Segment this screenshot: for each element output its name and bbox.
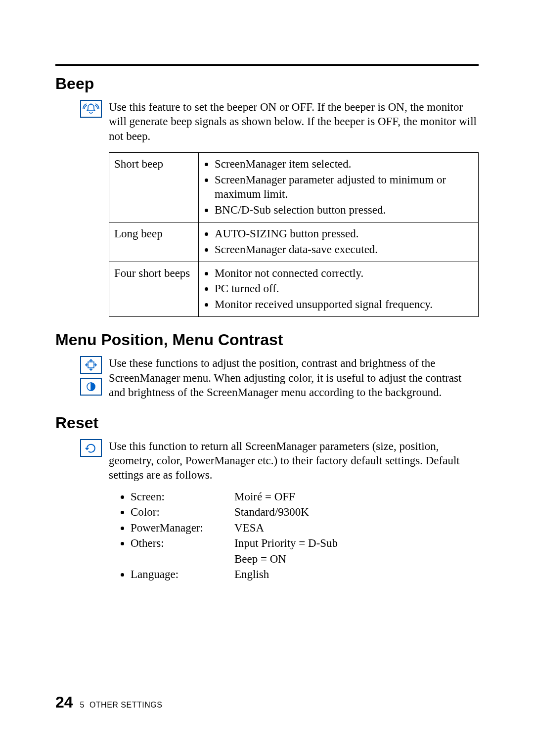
footer-chapter-num: 5	[80, 701, 85, 709]
default-value: English	[234, 567, 269, 581]
beep-table: Short beep ScreenManager item selected. …	[109, 152, 479, 317]
default-value: Moiré = OFF	[234, 489, 295, 504]
svg-rect-1	[88, 362, 94, 368]
beep-row-items: Monitor not connected correctly. PC turn…	[199, 262, 479, 316]
beep-intro: Use this feature to set the beeper ON or…	[109, 100, 479, 143]
default-label: PowerManager:	[131, 521, 234, 535]
menu-contrast-icon	[80, 378, 102, 396]
table-row: Long beep AUTO-SIZING button pressed. Sc…	[109, 222, 479, 262]
menu-intro: Use these functions to adjust the positi…	[109, 356, 479, 400]
reset-body: Use this function to return all ScreenMa…	[109, 439, 479, 583]
list-item: ScreenManager parameter adjusted to mini…	[215, 173, 473, 202]
list-item: PowerManager: VESA	[131, 521, 479, 535]
beep-row-label: Long beep	[109, 222, 199, 262]
bell-icon	[83, 103, 99, 115]
list-item: Monitor not connected correctly.	[215, 266, 473, 280]
default-value: Standard/9300K	[234, 505, 309, 519]
list-item: ScreenManager data-save executed.	[215, 242, 473, 257]
beep-row-label: Four short beeps	[109, 262, 199, 316]
footer: 24 5 OTHER SETTINGS	[55, 693, 162, 712]
list-item: Monitor received unsupported signal freq…	[215, 297, 473, 311]
section-reset: Reset Use this function to return al	[55, 414, 479, 583]
section-menu: Menu Position, Menu Contrast	[55, 331, 479, 400]
menu-row: Use these functions to adjust the positi…	[55, 356, 479, 400]
default-label: Others:	[131, 536, 234, 550]
beep-row-label: Short beep	[109, 153, 199, 222]
list-item: Screen: Moiré = OFF	[131, 489, 479, 504]
beep-icon-col	[55, 100, 109, 118]
page-number: 24	[55, 693, 73, 712]
list-item: PC turned off.	[215, 281, 473, 296]
list-item: ScreenManager item selected.	[215, 157, 473, 171]
menu-icon-col	[55, 356, 109, 396]
footer-chapter: 5 OTHER SETTINGS	[80, 701, 163, 710]
list-item: Beep = ON	[131, 552, 479, 566]
list-item: BNC/D-Sub selection button pressed.	[215, 203, 473, 217]
menu-body: Use these functions to adjust the positi…	[109, 356, 479, 400]
heading-beep: Beep	[55, 75, 479, 93]
reset-icon	[80, 439, 102, 457]
section-beep: Beep	[55, 75, 479, 317]
default-label: Language:	[131, 567, 234, 581]
table-row: Four short beeps Monitor not connected c…	[109, 262, 479, 316]
default-value: Input Priority = D-Sub	[234, 536, 338, 550]
beep-body: Use this feature to set the beeper ON or…	[109, 100, 479, 317]
reset-intro: Use this function to return all ScreenMa…	[109, 439, 479, 483]
list-item: Others: Input Priority = D-Sub	[131, 536, 479, 550]
menu-position-icon	[80, 356, 102, 374]
footer-chapter-title: OTHER SETTINGS	[89, 701, 162, 709]
default-value: Beep = ON	[234, 552, 286, 566]
reset-defaults-list: Screen: Moiré = OFF Color: Standard/9300…	[109, 489, 479, 582]
beep-row: Use this feature to set the beeper ON or…	[55, 100, 479, 317]
heading-reset: Reset	[55, 414, 479, 432]
page: Beep	[0, 0, 534, 756]
table-row: Short beep ScreenManager item selected. …	[109, 153, 479, 222]
beep-row-items: AUTO-SIZING button pressed. ScreenManage…	[199, 222, 479, 262]
position-icon	[83, 359, 99, 371]
reset-icon-col	[55, 439, 109, 457]
contrast-icon	[83, 381, 99, 393]
beep-row-items: ScreenManager item selected. ScreenManag…	[199, 153, 479, 222]
top-rule	[55, 64, 479, 66]
default-value: VESA	[234, 521, 264, 535]
list-item: Color: Standard/9300K	[131, 505, 479, 519]
default-label	[131, 552, 234, 566]
list-item: Language: English	[131, 567, 479, 581]
default-label: Screen:	[131, 489, 234, 504]
list-item: AUTO-SIZING button pressed.	[215, 226, 473, 241]
reset-row: Use this function to return all ScreenMa…	[55, 439, 479, 583]
heading-menu: Menu Position, Menu Contrast	[55, 331, 479, 349]
recycle-icon	[83, 442, 99, 454]
beep-icon	[80, 100, 102, 118]
default-label: Color:	[131, 505, 234, 519]
